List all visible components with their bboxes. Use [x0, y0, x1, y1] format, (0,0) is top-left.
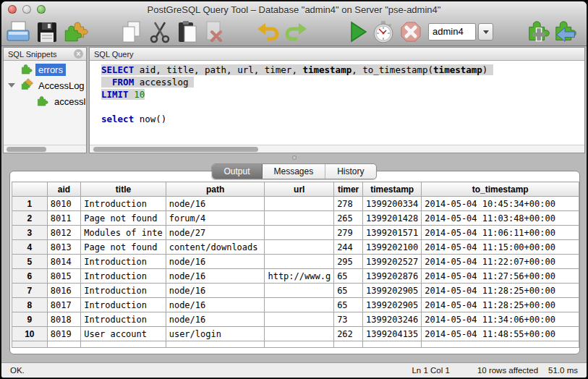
table-row[interactable]: 98018Introductionnode/167313992032462014… — [12, 312, 579, 327]
sidebar-item-errors[interactable]: errors — [4, 62, 86, 77]
cell-timer: 244 — [334, 240, 363, 255]
row-number: 4 — [12, 240, 48, 255]
cell-url: http://www.g — [265, 269, 334, 284]
sidebar-item-accessl[interactable]: accessl — [4, 94, 86, 108]
cell-path: forum/4 — [166, 211, 265, 226]
table-row[interactable]: 58014Introductionnode/162951399202527201… — [12, 255, 579, 269]
cell-timer: 278 — [334, 197, 363, 211]
table-row[interactable]: 48013Page not foundcontent/downloads2441… — [12, 240, 579, 255]
code-line: FROM accesslog — [101, 76, 584, 88]
cell-aid: 8015 — [47, 269, 81, 284]
cell-timestamp: 1399204135 — [363, 327, 422, 341]
database-selector-value[interactable]: admin4 — [428, 23, 476, 41]
run-icon — [346, 20, 370, 44]
database-selector[interactable]: admin4 — [428, 23, 493, 41]
column-header-timestamp[interactable]: timestamp — [363, 182, 422, 197]
cell-timer: 295 — [334, 255, 363, 269]
cell-path: user/login — [166, 327, 265, 341]
cell-timestamp: 1399202876 — [363, 269, 422, 284]
cell-url — [265, 226, 334, 240]
cell-url — [265, 197, 334, 211]
scrollbar-thumb[interactable] — [7, 147, 46, 152]
sidebar-item-AccessLog[interactable]: AccessLog — [4, 78, 86, 93]
table-row[interactable]: 38012Modules of intenode/272791399201571… — [12, 226, 579, 240]
scrollbar-thumb[interactable] — [93, 147, 258, 152]
redo-button[interactable] — [284, 20, 308, 44]
column-header-url[interactable]: url — [265, 182, 334, 197]
table-row[interactable]: 78016Introductionnode/166513992029052014… — [12, 284, 579, 298]
sidebar-hscrollbar[interactable] — [4, 145, 86, 153]
cell-to_timestamp: 2014-05-04 11:22:07+00:00 — [422, 255, 579, 269]
sidebar-header: SQL Snippets × — [4, 48, 86, 61]
disclosure-triangle-icon[interactable] — [8, 83, 15, 88]
run-button[interactable] — [346, 20, 370, 44]
cell-timer: 65 — [334, 298, 363, 312]
tab-history[interactable]: History — [325, 164, 375, 179]
cell-timestamp: 1399201571 — [363, 226, 422, 240]
row-number: 10 — [12, 327, 48, 341]
add-snippet-button[interactable] — [527, 20, 552, 44]
results-tab-bar: OutputMessagesHistory — [211, 163, 376, 179]
column-header-to_timestamp[interactable]: to_timestamp — [422, 182, 579, 197]
cell-to_timestamp: 2014-05-04 11:48:55+00:00 — [422, 327, 579, 341]
sidebar-title: SQL Snippets — [8, 50, 56, 59]
output-panel: aidtitlepathurltimertimestampto_timestam… — [9, 171, 580, 354]
cell-title: Modules of inte — [81, 226, 166, 240]
cell-timestamp: 1399203246 — [363, 312, 422, 327]
table-row[interactable]: 88017Introductionnode/166513992029052014… — [12, 298, 579, 312]
table-row[interactable]: 18010Introductionnode/162781399200334201… — [12, 197, 579, 211]
close-icon[interactable]: × — [74, 49, 83, 59]
close-window-button[interactable] — [8, 5, 17, 14]
minimize-window-button[interactable] — [22, 5, 31, 14]
table-row[interactable]: 108019User accountuser/login262139920413… — [12, 327, 579, 341]
cut-button[interactable] — [148, 20, 172, 44]
table-row[interactable]: 68015Introductionnode/16http://www.g6513… — [12, 269, 579, 284]
delete-icon — [201, 20, 226, 44]
table-row[interactable]: 28011Page not foundforum/426513992014282… — [12, 211, 579, 226]
splitter-grip-icon[interactable] — [292, 156, 297, 160]
snippets-button[interactable] — [64, 20, 88, 44]
cell-aid: 8018 — [47, 312, 81, 327]
row-number: 1 — [12, 197, 48, 211]
table-body: 18010Introductionnode/162781399200334201… — [12, 197, 579, 348]
column-header-aid[interactable]: aid — [47, 182, 81, 197]
sidebar-item-label: accessl — [51, 95, 86, 108]
rows-affected: 10 rows affected — [477, 366, 538, 375]
copy-button[interactable] — [119, 20, 143, 44]
zoom-window-button[interactable] — [37, 5, 46, 14]
snippets-sidebar: SQL Snippets × errors AccessLogaccessl — [3, 47, 87, 153]
save-icon — [35, 20, 59, 44]
row-number: 9 — [12, 312, 48, 327]
cell-timer: 279 — [334, 226, 363, 240]
undo-button[interactable] — [256, 20, 281, 44]
explain-button[interactable] — [371, 20, 396, 44]
cell-url — [265, 240, 334, 255]
sql-code-editor[interactable]: SELECT aid, title, path, url, timer, tim… — [90, 61, 584, 125]
results-region: OutputMessagesHistory aidtitlepathurltim… — [1, 162, 587, 363]
chevron-down-icon[interactable] — [478, 23, 493, 41]
row-number: 7 — [12, 284, 48, 298]
insert-snippet-button[interactable] — [554, 20, 579, 44]
save-button[interactable] — [35, 20, 59, 44]
paste-button[interactable] — [175, 20, 200, 44]
stop-button[interactable] — [399, 20, 423, 44]
cell-title: Introduction — [81, 255, 166, 269]
delete-button[interactable] — [201, 20, 226, 44]
cell-title: Page not found — [81, 211, 166, 226]
row-number: 8 — [12, 298, 48, 312]
column-header-title[interactable]: title — [81, 182, 166, 197]
cell-path: node/27 — [166, 226, 265, 240]
tab-messages[interactable]: Messages — [262, 164, 325, 179]
open-button[interactable] — [6, 20, 30, 44]
undo-icon — [256, 20, 281, 44]
column-header-rownum[interactable] — [12, 182, 48, 197]
cell-timestamp: 1399200334 — [363, 197, 422, 211]
tab-output[interactable]: Output — [212, 164, 262, 179]
code-line: LIMIT 10 — [101, 88, 584, 101]
horizontal-splitter[interactable] — [1, 153, 587, 162]
column-header-path[interactable]: path — [166, 182, 265, 197]
editor-hscrollbar[interactable] — [90, 145, 584, 153]
column-header-timer[interactable]: timer — [334, 182, 363, 197]
cut-icon — [148, 20, 172, 44]
cell-timestamp: 1399202905 — [363, 298, 422, 312]
